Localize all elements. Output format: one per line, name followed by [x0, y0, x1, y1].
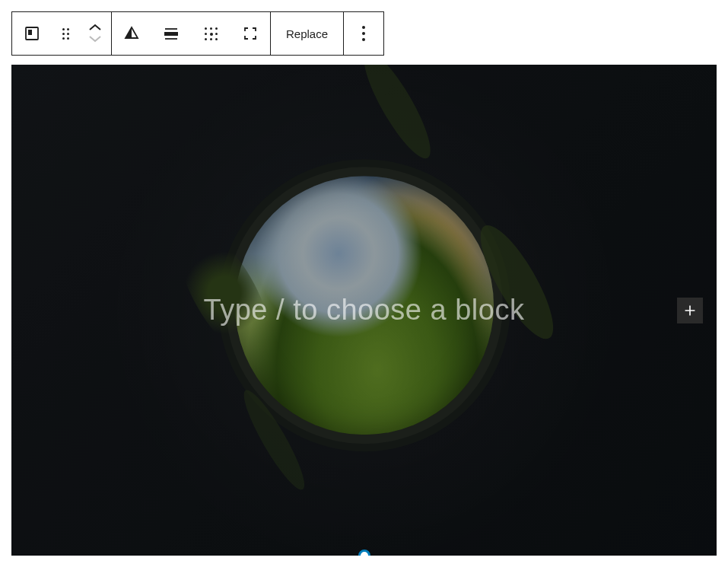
fullscreen-toggle-button[interactable] [230, 12, 270, 55]
svg-rect-1 [28, 30, 32, 35]
align-button[interactable] [151, 12, 191, 55]
fullscreen-icon [241, 24, 259, 43]
more-options-button[interactable] [344, 12, 383, 55]
svg-rect-3 [164, 32, 178, 36]
drag-handle-icon [62, 28, 69, 40]
replace-button[interactable]: Replace [271, 12, 343, 55]
duotone-filter-button[interactable] [112, 12, 151, 55]
toolbar-group-more [344, 12, 383, 55]
more-options-icon [362, 26, 365, 41]
move-down-button[interactable] [88, 33, 102, 45]
block-placeholder-text[interactable]: Type / to choose a block [204, 294, 525, 327]
cover-block[interactable]: Type / to choose a block [11, 65, 717, 556]
move-up-button[interactable] [88, 22, 102, 33]
add-block-button[interactable] [677, 298, 703, 323]
content-position-button[interactable] [191, 12, 230, 55]
block-mover [79, 12, 111, 55]
toolbar-group-style [112, 12, 271, 55]
content-position-icon [205, 27, 218, 40]
full-width-align-icon [162, 24, 180, 43]
plus-icon [682, 302, 698, 319]
duotone-filter-icon [122, 24, 141, 43]
block-type-button[interactable] [12, 12, 52, 55]
cover-block-icon [23, 24, 41, 43]
chevron-up-icon [88, 24, 102, 31]
block-toolbar: Replace [11, 11, 384, 56]
toolbar-group-block [12, 12, 112, 55]
drag-handle[interactable] [52, 12, 79, 55]
toolbar-group-replace: Replace [271, 12, 344, 55]
chevron-down-icon [88, 35, 102, 43]
